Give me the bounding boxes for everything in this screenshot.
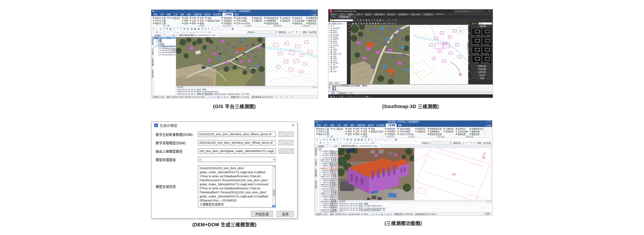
menu-item[interactable]: 文件(F) (330, 13, 337, 15)
layer-tool-icon[interactable]: ◨ (332, 22, 334, 25)
layer-color-swatch[interactable] (331, 56, 332, 57)
toolbar-icon[interactable]: ◳ (336, 138, 339, 141)
toolbar-icon[interactable]: ⊕ (160, 27, 162, 31)
layer-color-swatch[interactable] (331, 49, 332, 51)
status-crs[interactable]: 坐标参考系 EPSG:4510 (415, 213, 436, 216)
quick-icon[interactable]: ↷ (157, 10, 159, 13)
ribbon-button[interactable]: 打开OSGB文件 (234, 22, 250, 25)
toolbar-icon[interactable]: ◇ (215, 27, 217, 31)
toolbar-action[interactable]: 专业管理 (483, 141, 491, 144)
toolbar-icon[interactable]: △ (385, 138, 386, 141)
side-tab[interactable]: 资源管理 (151, 37, 154, 45)
toolbar-action[interactable]: 上一个 (288, 31, 294, 34)
layer-tool-icon[interactable]: ◉ (339, 22, 341, 25)
house-template-tile[interactable]: 多点砖房屋 (472, 46, 481, 55)
pin-icon[interactable]: ▾✕ (172, 34, 175, 37)
ribbon-button[interactable]: 自动检测 (443, 130, 453, 133)
ribbon-button[interactable]: 高程拟合 (415, 130, 425, 133)
toolbar-icon[interactable]: ✎ (382, 18, 384, 22)
store-button[interactable]: 入库 (483, 213, 491, 216)
status-icon[interactable]: ◯ (384, 213, 386, 215)
toolbar-icon[interactable]: ↶ (176, 27, 178, 31)
toolbar-icon[interactable]: ▭ (323, 141, 325, 145)
vector-parcel-view[interactable]: 福2 (415, 148, 492, 200)
image-tool-icon[interactable]: ⊟ (380, 22, 382, 25)
image-tool-icon[interactable]: ⊠ (389, 22, 391, 25)
toolbar-icon[interactable]: ◯ (163, 31, 165, 34)
path-input[interactable]: st/20191220_test_dom_dsm/test_dsm_tif/te… (198, 140, 276, 145)
layer-color-swatch[interactable] (331, 60, 332, 61)
toolbar-icon[interactable]: ▩ (361, 138, 363, 141)
ribbon-button[interactable]: 3D工程设置 (167, 16, 180, 19)
palette-icon[interactable]: ▣ (472, 22, 474, 25)
window-controls[interactable]: — ❐ ✕ (485, 10, 492, 12)
ribbon-tab[interactable]: 三维测图 (222, 13, 233, 16)
toolbar-icon[interactable]: ◨ (190, 27, 193, 31)
ribbon-button[interactable]: 前视 (345, 133, 352, 135)
toolbar-icon[interactable]: ▣ (169, 27, 172, 31)
scroll-down-icon[interactable]: ▼ (272, 205, 276, 207)
toolbar-icon[interactable]: ◯ (211, 27, 214, 31)
layer-color-swatch[interactable] (331, 51, 332, 53)
vector-drawing-view[interactable]: 北 (410, 25, 468, 84)
status-icon[interactable]: ▣ (381, 213, 383, 215)
menu-item[interactable]: 工程应用(C) (423, 13, 434, 15)
image-tool-icon[interactable]: ✕ (358, 22, 359, 25)
toolbar-icon[interactable]: △ (221, 27, 223, 31)
image-tool-icon[interactable]: ▩ (375, 22, 377, 25)
quick-access-icons[interactable]: ▣↶↷ (152, 10, 159, 13)
browse-button[interactable]: ... (278, 148, 294, 154)
image-tool-icon[interactable]: ◩ (378, 22, 380, 25)
ribbon-tab[interactable]: 编辑 (349, 124, 356, 127)
path-input[interactable]: 220_test_dom_dsm/gistar_make_3dmodel/041… (198, 148, 276, 154)
toolbar-icon[interactable]: ▦ (357, 138, 360, 141)
toolbar-icon[interactable]: ⌒ (170, 31, 172, 34)
menu-item[interactable]: Express (436, 13, 443, 15)
toolbar-icon[interactable]: ⟲ (316, 138, 318, 141)
log-window-icons[interactable]: ⊡ ✕ (313, 86, 317, 89)
toolbar-icon[interactable]: ↖ (153, 31, 155, 34)
menu-item[interactable]: 绘图(D) (347, 13, 354, 15)
layer-color-swatch[interactable] (331, 53, 332, 55)
start-generate-button[interactable]: 开始生成 (251, 211, 273, 217)
ribbon-button[interactable]: 模型坐标匹配 (428, 133, 442, 135)
toolbar-icon[interactable]: ◳ (173, 27, 175, 31)
scroll-thumb[interactable] (273, 190, 275, 196)
ribbon-button[interactable]: 高程拟合 (252, 19, 262, 22)
side-tab[interactable]: 资源管理 (315, 147, 317, 155)
status-button[interactable] (275, 96, 278, 97)
ribbon-tab[interactable]: 视图 (329, 124, 335, 127)
window-controls[interactable]: — ❐ ✕ (310, 10, 317, 13)
toolbar-icon[interactable]: ⊖ (326, 138, 328, 141)
toolbar-icon[interactable]: ◳ (374, 18, 376, 22)
quick-icon[interactable]: ↶ (155, 10, 157, 13)
toolbar-icon[interactable]: ◯ (374, 138, 377, 141)
status-icon[interactable]: ⊖ (215, 96, 217, 98)
layout-tab[interactable]: Layout1 (337, 92, 347, 94)
ribbon-tab[interactable]: 等高线 (366, 124, 375, 127)
house-template-tile[interactable]: 四点砖房屋 (482, 46, 491, 55)
status-icon[interactable]: ∠ (338, 95, 340, 97)
ribbon-tab[interactable]: 编辑 (185, 13, 192, 16)
ribbon-tab[interactable]: 等高线 (203, 13, 212, 16)
texture-level-select[interactable]: 1 (198, 157, 276, 162)
toolbar-icon[interactable]: ◉ (377, 18, 378, 22)
palette-icon[interactable]: ✚ (475, 22, 476, 25)
toolbar-icon[interactable]: ↷ (343, 138, 345, 141)
ribbon-button[interactable]: 模型显示全部 (369, 130, 383, 133)
toolbar-action[interactable]: 下一个 (296, 31, 302, 34)
layer-color-swatch[interactable] (331, 41, 332, 42)
layer-color-swatch[interactable] (331, 34, 332, 36)
side-tab[interactable]: 检查结果 (151, 58, 154, 66)
toolbar-icon[interactable]: ⟲ (153, 27, 155, 31)
vertical-tool-icon[interactable]: ▤ (348, 31, 350, 33)
layer-color-swatch[interactable] (331, 30, 332, 31)
layer-combobox[interactable]: 0 (330, 19, 353, 21)
vertical-tool-icon[interactable]: ✚ (348, 27, 350, 29)
quick-icon[interactable]: ↷ (321, 121, 322, 124)
toolbar-icon[interactable]: ⟲ (363, 18, 364, 22)
ribbon-tab[interactable]: 外业调绘 (375, 124, 386, 127)
aerial-3d-view[interactable] (176, 37, 265, 86)
close-tab-icon[interactable]: × (378, 145, 379, 147)
ribbon-button[interactable]: 保存3D工程 (316, 133, 329, 135)
